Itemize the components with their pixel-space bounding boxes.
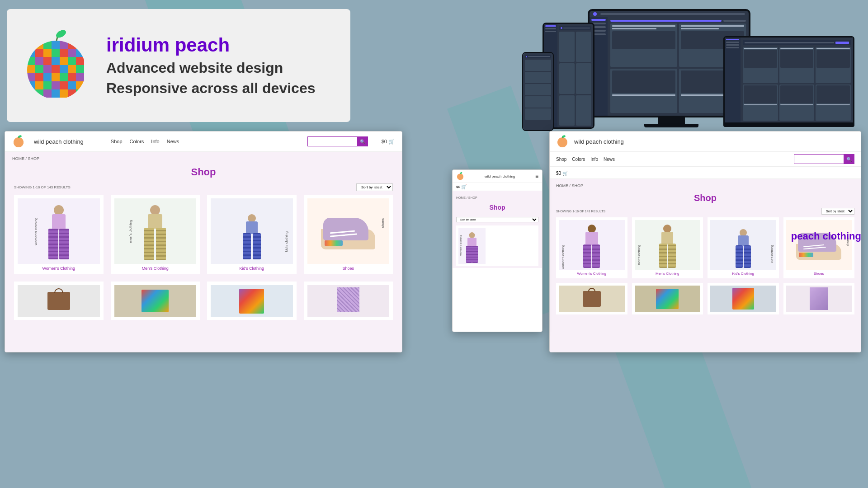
svg-rect-38 <box>43 81 52 89</box>
svg-rect-20 <box>68 57 76 65</box>
product-card-shoes: shoes Shoes <box>304 195 393 274</box>
svg-rect-48 <box>68 89 76 98</box>
svg-rect-30 <box>35 73 43 81</box>
label-medium-kids: Kid's Clothing <box>710 272 776 276</box>
search-button-large[interactable]: 🔍 <box>357 136 368 146</box>
svg-rect-7 <box>76 41 84 49</box>
cart-icon: 🛒 <box>388 139 395 145</box>
peach-clothing-label: peach clothing <box>791 230 861 242</box>
medium-nav-row2: Shop Colors Info News 🔍 <box>550 152 861 167</box>
shop-title-mobile: Shop <box>453 202 542 213</box>
label-mens: Men's Clothing <box>114 266 197 271</box>
cart-icon-mobile: 🛒 <box>461 184 467 189</box>
mobile-nav: wild peach clothing ≡ <box>453 170 542 183</box>
sort-select-mobile[interactable]: Sort by latest <box>456 217 538 222</box>
label-shoes: Shoes <box>307 266 390 271</box>
svg-rect-32 <box>52 73 60 81</box>
sort-bar-mobile: Sort by latest <box>453 213 542 224</box>
svg-rect-46 <box>52 89 60 98</box>
right-label-area: peach clothing <box>791 230 861 242</box>
search-input-large[interactable] <box>307 136 357 146</box>
svg-rect-45 <box>43 89 52 98</box>
search-button-medium[interactable]: 🔍 <box>844 154 854 164</box>
svg-rect-11 <box>52 49 60 57</box>
svg-point-59 <box>457 174 463 180</box>
product-card-accessories-4 <box>304 282 393 320</box>
svg-rect-16 <box>35 57 43 65</box>
nav-colors[interactable]: Colors <box>130 139 144 144</box>
site-peach-logo-large <box>12 135 25 148</box>
svg-rect-21 <box>76 57 84 65</box>
search-bar-large: 🔍 <box>307 136 368 146</box>
cart-price: $0 <box>382 139 387 144</box>
product-medium-acc-4 <box>783 283 855 314</box>
products-grid-large: women's clothing Women's Clothing <box>14 195 393 274</box>
nav-shop-medium[interactable]: Shop <box>556 157 566 162</box>
svg-rect-23 <box>35 65 43 73</box>
svg-rect-14 <box>76 49 84 57</box>
breadcrumb-large: HOME / SHOP <box>5 152 402 164</box>
svg-point-53 <box>14 137 24 147</box>
nav-info-medium[interactable]: Info <box>590 157 598 162</box>
accessories-img-2 <box>114 285 197 317</box>
product-img-kids: kid's clothing <box>211 198 293 264</box>
accessories-img-1 <box>18 285 100 317</box>
svg-rect-39 <box>52 81 60 89</box>
label-kids: Kid's Clothing <box>211 266 293 271</box>
cart-medium: $0 🛒 <box>556 171 568 176</box>
svg-rect-3 <box>43 41 52 49</box>
svg-point-56 <box>557 137 567 147</box>
product-img-womens: women's clothing <box>18 198 100 264</box>
svg-rect-6 <box>68 41 76 49</box>
search-input-medium[interactable] <box>794 154 844 164</box>
laptop-device <box>723 36 854 124</box>
nav-info[interactable]: Info <box>151 139 159 144</box>
nav-news[interactable]: News <box>167 139 179 144</box>
svg-rect-10 <box>43 49 52 57</box>
accessories-img-3 <box>211 285 293 317</box>
tagline-2: Responsive across all devices <box>106 80 315 97</box>
acc-img-medium-2 <box>635 286 701 312</box>
results-bar-medium: SHOWING 1-16 OF 143 RESULTS Sort by late… <box>556 208 854 215</box>
svg-rect-44 <box>35 89 43 98</box>
svg-rect-29 <box>27 73 35 81</box>
site-brand-mobile: wild peach clothing <box>485 174 515 178</box>
product-card-mens: men's clothing Men's Clothing <box>111 195 200 274</box>
cart-large[interactable]: $0 🛒 <box>382 139 395 145</box>
shop-content-medium: SHOWING 1-16 OF 143 RESULTS Sort by late… <box>550 206 861 352</box>
nav-shop[interactable]: Shop <box>111 139 123 144</box>
product-medium-mens: men's clothing Men's Clothing <box>632 217 703 278</box>
nav-colors-medium[interactable]: Colors <box>572 157 585 162</box>
products-mobile: women's clothing <box>453 224 542 268</box>
product-img-mens: men's clothing <box>114 198 197 264</box>
svg-rect-4 <box>52 41 60 49</box>
acc-img-medium-4 <box>786 286 852 312</box>
label-medium-mens: Men's Clothing <box>635 272 701 276</box>
product-mobile-womens: women's clothing <box>456 225 538 266</box>
hamburger-icon[interactable]: ≡ <box>535 173 538 179</box>
product-medium-acc-1 <box>556 283 627 314</box>
svg-rect-1 <box>27 41 35 49</box>
svg-rect-25 <box>52 65 60 73</box>
nav-news-medium[interactable]: News <box>604 157 615 162</box>
label-medium-womens: Women's Clothing <box>559 272 625 276</box>
product-img-mobile-womens: women's clothing <box>458 228 486 264</box>
product-img-medium-kids: kid's clothing <box>710 220 776 270</box>
mobile-cart: $0 🛒 <box>453 183 542 191</box>
svg-rect-26 <box>60 65 68 73</box>
svg-rect-19 <box>60 57 68 65</box>
product-medium-shoes: shoes Shoes <box>783 217 855 278</box>
svg-rect-15 <box>27 57 35 65</box>
svg-rect-2 <box>35 41 43 49</box>
product-card-accessories-2 <box>111 282 200 320</box>
product-card-kids: kid's clothing Kid's Clothing <box>207 195 297 274</box>
sort-select[interactable]: Sort by latest <box>356 183 393 191</box>
product-medium-acc-2 <box>632 283 703 314</box>
site-peach-logo-mobile <box>456 172 464 180</box>
mockup-small-mobile: wild peach clothing ≡ $0 🛒 HOME / SHOP S… <box>452 169 542 332</box>
svg-rect-40 <box>60 81 68 89</box>
svg-rect-13 <box>68 49 76 57</box>
sort-select-medium[interactable]: Sort by latest <box>821 208 854 215</box>
results-bar: SHOWING 1-16 OF 143 RESULTS Sort by late… <box>14 183 393 191</box>
products-grid-medium-row2 <box>556 283 854 314</box>
